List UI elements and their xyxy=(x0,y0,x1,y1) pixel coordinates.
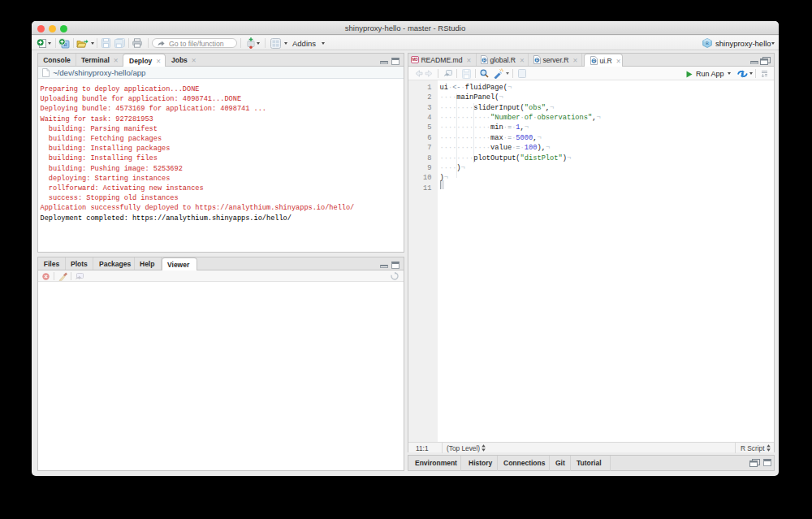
svg-text:R: R xyxy=(706,41,709,45)
svg-text:MD: MD xyxy=(412,58,418,62)
svg-text:R: R xyxy=(536,58,539,63)
svg-text:R: R xyxy=(483,58,486,63)
svg-text:R: R xyxy=(593,58,596,63)
